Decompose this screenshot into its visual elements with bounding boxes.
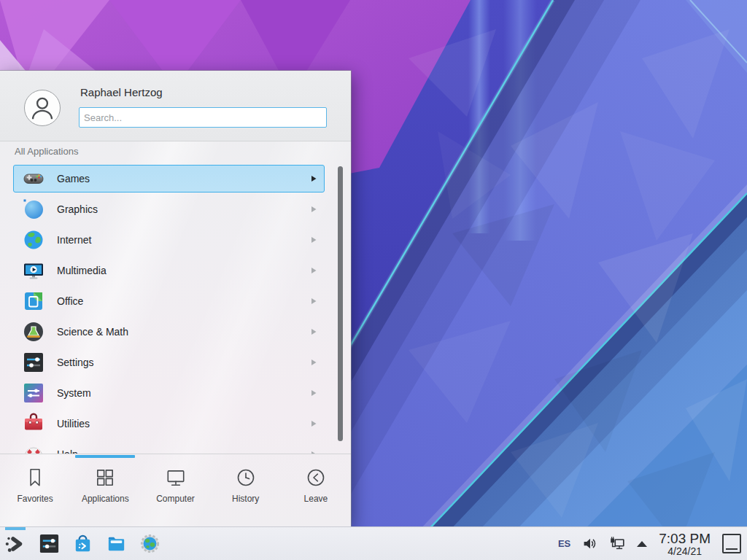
monitor-play-icon: [22, 259, 45, 282]
category-label: Office: [57, 286, 83, 316]
category-label: Settings: [57, 347, 94, 378]
application-launcher-button[interactable]: [2, 527, 28, 560]
category-row-science-math[interactable]: Science & Math: [13, 316, 325, 347]
tab-label: Favorites: [17, 494, 53, 504]
launcher-header: Raphael Hertzog: [0, 71, 351, 141]
wired-network-icon[interactable]: [609, 536, 625, 552]
search-input[interactable]: [79, 107, 327, 128]
system-tray: ES: [558, 531, 747, 557]
category-row-system[interactable]: System: [13, 378, 325, 408]
sliders-icon: [22, 351, 45, 374]
grid-icon: [94, 467, 116, 489]
monitor-icon: [165, 467, 187, 489]
clock-date: 4/24/21: [659, 546, 711, 557]
category-label: Internet: [57, 225, 91, 255]
category-label: Games: [57, 163, 90, 194]
submenu-arrow-icon: [310, 267, 317, 274]
file-manager-icon: [105, 532, 128, 555]
application-category-list: Games Graphics: [0, 163, 351, 454]
tab-history[interactable]: History: [211, 454, 281, 526]
tab-leave[interactable]: Leave: [281, 454, 351, 526]
lifesaver-icon: [22, 443, 45, 454]
submenu-arrow-icon: [310, 298, 317, 305]
category-row-office[interactable]: Office: [13, 286, 325, 316]
digital-clock[interactable]: 7:03 PM 4/24/21: [659, 531, 711, 557]
category-row-settings[interactable]: Settings: [13, 347, 325, 378]
category-row-graphics[interactable]: Graphics: [13, 194, 325, 225]
document-icon: [22, 289, 45, 313]
tab-label: History: [232, 494, 259, 504]
tab-label: Computer: [156, 494, 195, 504]
show-desktop-button[interactable]: [722, 534, 741, 553]
section-label: All Applications: [15, 146, 78, 157]
category-label: Utilities: [57, 408, 90, 439]
user-avatar: [24, 90, 61, 126]
desktop: Raphael Hertzog All Applications: [0, 0, 747, 560]
category-label: System: [57, 378, 91, 408]
web-browser-button[interactable]: [136, 527, 163, 560]
system-sliders-icon: [22, 381, 45, 405]
web-browser-icon: [139, 532, 161, 555]
system-settings-icon: [38, 532, 61, 555]
category-label: Science & Math: [57, 316, 128, 347]
globe-icon: [22, 228, 45, 252]
category-label: Help: [57, 439, 78, 454]
category-row-internet[interactable]: Internet: [13, 225, 325, 255]
toolbox-icon: [22, 412, 45, 435]
application-launcher-menu: Raphael Hertzog All Applications: [0, 71, 351, 526]
category-row-utilities[interactable]: Utilities: [13, 408, 325, 439]
discover-software-button[interactable]: [69, 527, 96, 560]
kickoff-icon: [4, 532, 27, 556]
clock-icon: [235, 467, 257, 489]
submenu-arrow-icon: [310, 175, 317, 182]
leave-icon: [305, 467, 327, 489]
category-label: Multimedia: [57, 255, 107, 286]
bookmark-icon: [24, 467, 46, 489]
discover-icon: [71, 532, 94, 555]
tab-label: Applications: [82, 494, 129, 504]
category-row-help[interactable]: Help: [13, 439, 325, 454]
submenu-arrow-icon: [310, 328, 317, 335]
tab-computer[interactable]: Computer: [140, 454, 210, 526]
system-settings-button[interactable]: [36, 527, 62, 560]
file-manager-button[interactable]: [103, 527, 129, 560]
tab-favorites[interactable]: Favorites: [0, 454, 70, 526]
sphere-icon: [22, 198, 45, 221]
submenu-arrow-icon: [310, 236, 317, 244]
submenu-arrow-icon: [310, 206, 317, 213]
category-row-multimedia[interactable]: Multimedia: [13, 255, 325, 286]
flask-icon: [22, 320, 45, 343]
scrollbar[interactable]: [338, 166, 343, 441]
tab-label: Leave: [304, 494, 328, 504]
clock-time: 7:03 PM: [659, 531, 711, 546]
taskbar-launchers: [0, 527, 163, 560]
submenu-arrow-icon: [310, 420, 317, 427]
user-name: Raphael Hertzog: [80, 86, 163, 98]
volume-icon[interactable]: [582, 536, 597, 551]
gamepad-icon: [22, 167, 45, 190]
category-row-games[interactable]: Games: [13, 163, 325, 194]
launcher-tab-bar: Favorites Applications Computer: [0, 454, 351, 526]
submenu-arrow-icon: [310, 389, 317, 397]
category-label: Graphics: [57, 194, 98, 225]
keyboard-layout-indicator[interactable]: ES: [558, 538, 570, 549]
expand-tray-icon[interactable]: [637, 541, 647, 547]
taskbar-panel: ES: [0, 526, 747, 560]
submenu-arrow-icon: [310, 359, 317, 366]
tab-applications[interactable]: Applications: [70, 454, 140, 526]
